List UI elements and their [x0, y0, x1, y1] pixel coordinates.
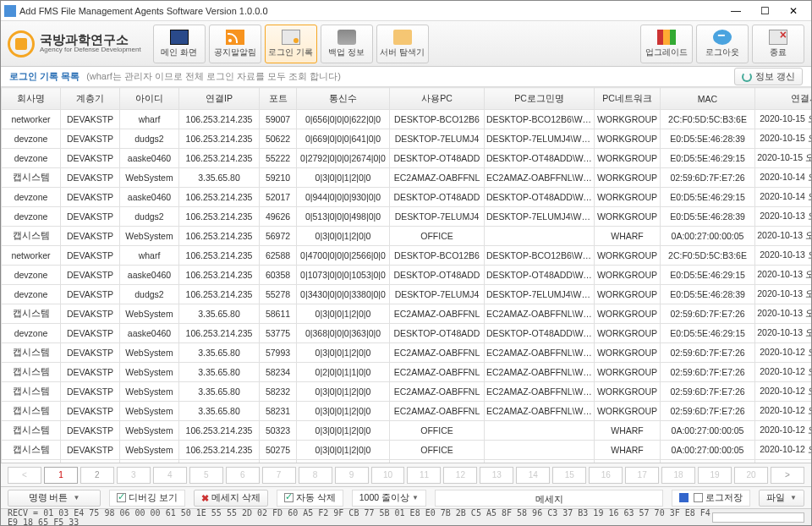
- lines-threshold[interactable]: 1000 줄이상▼: [352, 490, 426, 507]
- save-log-checkbox[interactable]: 로그저장: [672, 490, 750, 507]
- pager-page-11[interactable]: 11: [407, 467, 441, 484]
- cell: 56972: [260, 227, 297, 246]
- cell: networker: [2, 246, 61, 266]
- cell: 캡시스템: [2, 343, 61, 363]
- table-row[interactable]: 캡시스템DEVAKSTPWebSystem3.35.65.80582310|3|…: [2, 402, 812, 421]
- table-row[interactable]: 캡시스템DEVAKSTPWebSystem3.35.65.80579930|3|…: [2, 343, 812, 363]
- col-6[interactable]: 사용PC: [390, 88, 485, 110]
- cell: DEVAKSTP: [61, 382, 120, 402]
- pager-page-2[interactable]: 2: [80, 467, 114, 484]
- pager-prev[interactable]: <: [8, 467, 41, 484]
- refresh-button[interactable]: 정보 갱신: [734, 68, 803, 85]
- pager-page-15[interactable]: 15: [552, 467, 586, 484]
- table-row[interactable]: devzoneDEVAKSTPaaske0460106.253.214.2355…: [2, 188, 812, 207]
- show-debug-checkbox[interactable]: 디버깅 보기: [109, 490, 185, 507]
- cell: WORKGROUP: [595, 207, 661, 227]
- pager-page-16[interactable]: 16: [589, 467, 623, 484]
- table-row[interactable]: 캡시스템DEVAKSTPWebSystem106.253.214.2355032…: [2, 421, 812, 441]
- col-9[interactable]: MAC: [661, 88, 755, 110]
- close-button[interactable]: ✕: [779, 2, 808, 20]
- cell: EC2AMAZ-OABFFNL: [390, 343, 485, 363]
- nav-server-button[interactable]: 서버 탐색기: [376, 25, 429, 63]
- pager-page-18[interactable]: 18: [661, 467, 695, 484]
- cell: 106.253.214.235: [179, 110, 260, 129]
- cell: 53775: [260, 324, 297, 343]
- table-row[interactable]: 캡시스템DEVAKSTPWebSystem3.35.65.80592100|3|…: [2, 168, 812, 188]
- nav-upgrade-button[interactable]: 업그레이드: [640, 25, 693, 63]
- table-row[interactable]: devzoneDEVAKSTPaaske0460106.253.214.2355…: [2, 324, 812, 343]
- auto-delete-checkbox[interactable]: 자동 삭제: [277, 490, 343, 507]
- table-row[interactable]: 캡시스템DEVAKSTPWebSystem3.35.65.80582340|2|…: [2, 363, 812, 382]
- cell: 2020-10-12 오후 5:42:05: [755, 441, 812, 460]
- pager-page-3[interactable]: 3: [117, 467, 151, 484]
- pager-page-7[interactable]: 7: [262, 467, 296, 484]
- nav-logout-label: 로그아웃: [705, 47, 739, 58]
- nav-login-button[interactable]: 로그인 기록: [265, 25, 317, 63]
- cell: 2020-10-13 오후 9:06:14: [755, 246, 812, 266]
- pager-page-9[interactable]: 9: [335, 467, 369, 484]
- nav-main-button[interactable]: 메인 화면: [153, 25, 206, 63]
- table-row[interactable]: networkerDEVAKSTPwharf106.253.214.235590…: [2, 110, 812, 129]
- col-1[interactable]: 계층기: [61, 88, 120, 110]
- table-row[interactable]: networkerDEVAKSTPwharf106.253.214.235625…: [2, 246, 812, 266]
- cell: 2020-10-13 오후 12:06:59: [755, 266, 812, 285]
- cell: DEVAKSTP: [61, 168, 120, 188]
- file-button[interactable]: 파일▼: [759, 490, 804, 507]
- nav-exit-button[interactable]: 종료: [752, 25, 804, 63]
- monitor-icon: [170, 30, 189, 45]
- cell: DEVAKSTP: [61, 266, 120, 285]
- col-3[interactable]: 연결IP: [179, 88, 260, 110]
- cell: 58234: [260, 363, 297, 382]
- col-2[interactable]: 아이디: [120, 88, 179, 110]
- pager-page-10[interactable]: 10: [371, 467, 405, 484]
- table-row[interactable]: 캡시스템DEVAKSTPWebSystem106.253.214.2355697…: [2, 227, 812, 246]
- col-4[interactable]: 포트: [260, 88, 297, 110]
- pager-page-12[interactable]: 12: [443, 467, 477, 484]
- logo: 국방과학연구소 Agency for Defense Development: [8, 30, 141, 58]
- cell: dudgs2: [120, 207, 179, 227]
- cell: 59007: [260, 110, 297, 129]
- pager-page-1[interactable]: 1: [44, 467, 78, 484]
- pager-page-6[interactable]: 6: [226, 467, 260, 484]
- minimize-button[interactable]: —: [721, 2, 750, 20]
- cell: WORKGROUP: [595, 363, 661, 382]
- pager-page-8[interactable]: 8: [299, 467, 332, 484]
- table-row[interactable]: devzoneDEVAKSTPdudgs2106.253.214.2355527…: [2, 285, 812, 304]
- col-8[interactable]: PC네트워크: [595, 88, 661, 110]
- table-row[interactable]: devzoneDEVAKSTPdudgs2106.253.214.2354962…: [2, 207, 812, 227]
- command-button[interactable]: 명령 버튼▼: [8, 490, 101, 507]
- pager-page-5[interactable]: 5: [189, 467, 223, 484]
- maximize-button[interactable]: ☐: [750, 2, 779, 20]
- cell: DEVAKSTP: [61, 343, 120, 363]
- table-row[interactable]: 캡시스템DEVAKSTPWebSystem3.35.65.80582320|3|…: [2, 382, 812, 402]
- col-7[interactable]: PC로그민명: [485, 88, 595, 110]
- cell: 3.35.65.80: [179, 168, 260, 188]
- table-row[interactable]: 캡시스템DEVAKSTPWebSystem106.253.214.2355027…: [2, 441, 812, 460]
- delete-message-button[interactable]: ✖메세지 삭제: [194, 490, 268, 507]
- cell: WORKGROUP: [595, 382, 661, 402]
- col-5[interactable]: 통신수: [297, 88, 390, 110]
- pager-page-19[interactable]: 19: [698, 467, 732, 484]
- folder-icon: [393, 30, 412, 45]
- pager-next[interactable]: >: [771, 467, 804, 484]
- pager-page-14[interactable]: 14: [516, 467, 550, 484]
- table-row[interactable]: devzoneDEVAKSTPaaske0460106.253.214.2355…: [2, 149, 812, 168]
- grid-header-row: 회사명계층기아이디연결IP포트통신수사용PCPC로그민명PC네트워크MAC연결시…: [2, 88, 812, 110]
- nav-backup-button[interactable]: 백업 정보: [321, 25, 373, 63]
- table-row[interactable]: 캡시스템DEVAKSTPWebSystem3.35.65.80586110|3|…: [2, 304, 812, 324]
- refresh-label: 정보 갱신: [755, 70, 795, 83]
- pager-page-13[interactable]: 13: [480, 467, 513, 484]
- pager-page-20[interactable]: 20: [734, 467, 768, 484]
- nav-notice-button[interactable]: 공지말알림: [209, 25, 261, 63]
- cell: 2020-10-13 오후 12:48:12: [755, 285, 812, 304]
- table-row[interactable]: devzoneDEVAKSTPdudgs2106.253.214.2355062…: [2, 129, 812, 149]
- table-row[interactable]: devzoneDEVAKSTPaaske0460106.253.214.2356…: [2, 266, 812, 285]
- nav-logout-button[interactable]: 로그아웃: [696, 25, 749, 63]
- cell: 106.253.214.235: [179, 441, 260, 460]
- grid-container[interactable]: 회사명계층기아이디연결IP포트통신수사용PCPC로그민명PC네트워크MAC연결시…: [1, 87, 811, 463]
- pager-page-17[interactable]: 17: [625, 467, 659, 484]
- cell: WebSystem: [120, 363, 179, 382]
- col-10[interactable]: 연결시간: [755, 88, 812, 110]
- pager-page-4[interactable]: 4: [153, 467, 187, 484]
- col-0[interactable]: 회사명: [2, 88, 61, 110]
